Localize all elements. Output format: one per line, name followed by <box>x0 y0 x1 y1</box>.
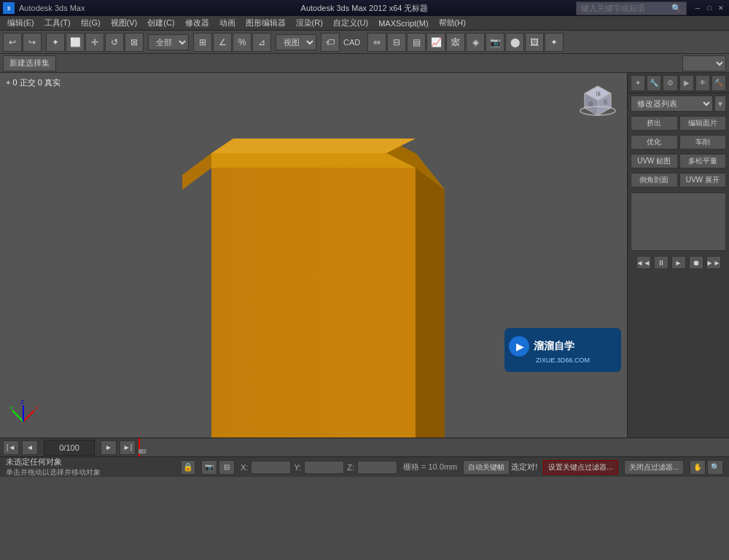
uvw-map-button[interactable]: UVW 贴图 <box>631 154 678 168</box>
align-button[interactable]: ⊟ <box>387 33 406 52</box>
zoom-button[interactable]: 🔍 <box>707 460 723 475</box>
scale-button[interactable]: ⊠ <box>125 33 144 52</box>
status-message-2: 单击并拖动以选择并移动对象 <box>6 467 175 478</box>
axis-indicator: X Y Z <box>9 400 38 429</box>
pan-button[interactable]: ✋ <box>690 460 706 475</box>
timeline-start-button[interactable]: |◄ <box>3 440 19 455</box>
preview-play-button[interactable]: ► <box>671 256 686 269</box>
app-name: Autodesk 3ds Max <box>19 4 85 12</box>
filter-button[interactable]: 关闭点过滤器... <box>624 460 684 475</box>
menu-animation[interactable]: 动画 <box>215 16 240 30</box>
layer-manager-button[interactable]: ▤ <box>407 33 426 52</box>
material-editor-button[interactable]: ◈ <box>466 33 485 52</box>
poly-smooth-button[interactable]: 多松平量 <box>679 154 727 168</box>
menu-modifiers[interactable]: 修改器 <box>181 16 214 30</box>
status-messages: 未选定任何对象 单击并拖动以选择并移动对象 <box>6 456 175 478</box>
svg-line-18 <box>12 411 23 421</box>
menu-create[interactable]: 创建(C) <box>143 16 179 30</box>
preview-controls: ◄◄ ⏸ ► ⏺ ►► <box>628 254 729 271</box>
menu-group[interactable]: 组(G) <box>77 16 105 30</box>
render-setup-button[interactable]: 📷 <box>486 33 504 52</box>
env-effects-button[interactable]: ✦ <box>545 33 564 52</box>
modifier-buttons-row3: UVW 贴图 多松平量 <box>628 152 729 171</box>
svg-text:前: 前 <box>588 101 593 106</box>
snap-toggle-button[interactable]: ⊞ <box>193 33 212 52</box>
watermark: ▶ 溜溜自学 ZIXUE.3D66.COM <box>504 328 621 372</box>
timeline-track[interactable]: 0 10 20 30 40 50 60 70 80 90 100 <box>139 438 729 456</box>
select-object-button[interactable]: ✦ <box>46 33 65 52</box>
angle-snap-button[interactable]: ∠ <box>213 33 232 52</box>
percent-snap-button[interactable]: % <box>233 33 252 52</box>
svg-text:右: 右 <box>603 99 608 104</box>
menu-graph-editors[interactable]: 图形编辑器 <box>241 16 290 30</box>
display-mode-button[interactable]: ⊟ <box>219 460 235 475</box>
utilities-tab[interactable]: 🔨 <box>712 75 726 91</box>
mirror-button[interactable]: ⇔ <box>367 33 386 52</box>
menu-help[interactable]: 帮助(H) <box>434 16 470 30</box>
edit-patch-button[interactable]: 编辑面片 <box>679 116 727 131</box>
optimize-button[interactable]: 优化 <box>631 135 678 149</box>
timeline-next-button[interactable]: ► <box>101 440 117 455</box>
minimize-button[interactable]: ─ <box>693 3 703 13</box>
close-button[interactable]: ✕ <box>716 3 726 13</box>
spinner-snap-button[interactable]: ⊿ <box>252 33 271 52</box>
redo-button[interactable]: ↪ <box>23 33 42 52</box>
menu-tools[interactable]: 工具(T) <box>40 16 75 30</box>
menu-render[interactable]: 渲染(R) <box>292 16 327 30</box>
grid-info: 栅格 = 10.0mm <box>403 462 457 472</box>
preview-back-button[interactable]: ◄◄ <box>636 256 651 269</box>
create-selection-button[interactable]: 新建选择集 <box>3 55 56 71</box>
menu-customize[interactable]: 自定义(U) <box>329 16 373 30</box>
svg-text:Z: Z <box>20 400 24 405</box>
move-button[interactable]: ✛ <box>85 33 104 52</box>
display-tab[interactable]: 👁 <box>695 75 710 91</box>
uvw-expand-button[interactable]: UVW 展开 <box>679 173 727 187</box>
named-sel-button[interactable]: 🏷 <box>321 33 340 52</box>
maximize-button[interactable]: □ <box>704 3 714 13</box>
menubar: 编辑(E) 工具(T) 组(G) 视图(V) 创建(C) 修改器 动画 图形编辑… <box>0 16 729 31</box>
right-panel-tabs: ✦ 🔧 ⚙ ▶ 👁 🔨 <box>628 73 729 93</box>
hierarchy-tab[interactable]: ⚙ <box>663 75 677 91</box>
set-key-button[interactable]: 设置关键点过滤器... <box>543 460 617 475</box>
viewport[interactable]: + 0 正交 0 真实 <box>0 73 627 438</box>
lathe-button[interactable]: 车削 <box>679 135 727 149</box>
undo-button[interactable]: ↩ <box>3 33 22 52</box>
modifier-buttons-row4: 倒角剖面 UVW 展开 <box>628 171 729 190</box>
auto-key-button[interactable]: 自动关键帧 <box>463 460 510 475</box>
modifier-expand-button[interactable]: ▼ <box>714 96 726 112</box>
extrude-button[interactable]: 挤出 <box>631 116 678 131</box>
timeline: |◄ ◄ 0 / 100 ► ►| 0 10 20 30 40 50 60 70… <box>0 438 729 456</box>
chamfer-face-button[interactable]: 倒角剖面 <box>631 173 678 187</box>
view-dropdown[interactable]: 视图 <box>276 34 316 50</box>
timeline-prev-button[interactable]: ◄ <box>22 440 38 455</box>
preview-pause-button[interactable]: ⏸ <box>654 256 668 269</box>
capture-button[interactable]: 📷 <box>201 460 217 475</box>
search-input[interactable] <box>581 4 668 12</box>
filter-dropdown[interactable]: 全部 <box>148 34 189 50</box>
render-button[interactable]: ⬤ <box>505 33 524 52</box>
motion-tab[interactable]: ▶ <box>679 75 694 91</box>
render-frame-button[interactable]: 🖼 <box>525 33 544 52</box>
select-region-button[interactable]: ⬜ <box>66 33 85 52</box>
create-tab[interactable]: ✦ <box>631 75 645 91</box>
preview-end-button[interactable]: ►► <box>706 256 721 269</box>
menu-maxscript[interactable]: MAXScript(M) <box>374 18 432 29</box>
preview-record-button[interactable]: ⏺ <box>689 256 703 269</box>
menu-edit[interactable]: 编辑(E) <box>3 16 39 30</box>
modifier-list-dropdown[interactable]: 修改器列表 <box>631 96 713 112</box>
y-coord-input[interactable] <box>304 461 344 474</box>
schematic-button[interactable]: 🕸 <box>446 33 465 52</box>
lock-button[interactable]: 🔒 <box>181 460 195 475</box>
x-coord-input[interactable] <box>251 461 291 474</box>
modify-tab[interactable]: 🔧 <box>647 75 661 91</box>
curve-editor-button[interactable]: 📈 <box>426 33 445 52</box>
selection-set-dropdown[interactable] <box>682 55 726 71</box>
timeline-marker-100: 100 <box>139 448 147 455</box>
timeline-end-button[interactable]: ►| <box>120 440 136 455</box>
z-coord-input[interactable] <box>357 461 397 474</box>
menu-view[interactable]: 视图(V) <box>106 16 142 30</box>
app-icon: 3 <box>3 2 15 14</box>
viewcube[interactable]: 顶 右 前 <box>577 79 618 120</box>
rotate-button[interactable]: ↺ <box>105 33 124 52</box>
modifier-buttons-row1: 挤出 编辑面片 <box>628 114 729 133</box>
